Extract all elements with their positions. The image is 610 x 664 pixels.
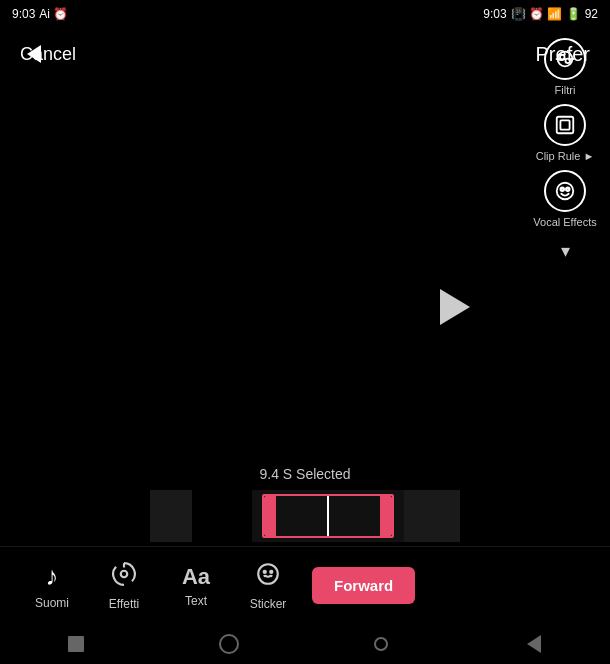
status-bar: 9:03 Ai ⏰ 9:03 📳 ⏰ 📶 🔋 92 — [0, 0, 610, 28]
status-indicators-left: Ai ⏰ — [39, 7, 68, 21]
effetti-label: Effetti — [109, 597, 139, 611]
timeline-right-dark — [404, 490, 460, 542]
cancel-prefer-bar: Cancel Prefer — [0, 28, 610, 80]
battery-level: 92 — [585, 7, 598, 21]
timeline-inner — [262, 494, 395, 538]
svg-point-12 — [567, 189, 568, 190]
timeline-left-handle[interactable] — [264, 496, 276, 536]
vocal-item[interactable]: Vocal Effects — [533, 170, 596, 228]
timeline-strip[interactable] — [252, 490, 405, 542]
svg-point-8 — [557, 183, 574, 200]
nav-home-icon — [219, 634, 239, 654]
play-button[interactable] — [430, 282, 480, 332]
svg-rect-6 — [557, 117, 574, 134]
svg-rect-7 — [560, 120, 569, 129]
svg-point-15 — [264, 570, 266, 572]
nav-bar — [0, 624, 610, 664]
bottom-toolbar: ♪ Suomi Effetti Aa Text Sticker — [0, 546, 610, 624]
nav-recents-button[interactable] — [367, 630, 395, 658]
forward-button[interactable]: Forward — [312, 567, 415, 604]
toolbar-item-effetti[interactable]: Effetti — [88, 553, 160, 619]
toolbar-item-suomi[interactable]: ♪ Suomi — [16, 553, 88, 618]
effetti-icon — [111, 561, 137, 593]
cliprule-icon — [554, 114, 576, 136]
vocal-icon — [554, 180, 576, 202]
cliprule-label: Clip Rule ► — [536, 150, 595, 162]
timeline-right-handle[interactable] — [380, 496, 392, 536]
suomi-icon: ♪ — [46, 561, 59, 592]
cliprule-icon-circle — [544, 104, 586, 146]
nav-back-icon — [527, 635, 541, 653]
timeline-area: 9.4 S Selected — [0, 466, 610, 546]
svg-point-13 — [121, 570, 128, 577]
status-time-right: 9:03 — [483, 7, 506, 21]
play-icon — [440, 289, 470, 325]
svg-point-14 — [258, 564, 278, 584]
sticker-label: Sticker — [250, 597, 287, 611]
cancel-button[interactable]: Cancel — [20, 44, 76, 65]
status-indicators-right: 📳 ⏰ 📶 🔋 — [511, 7, 581, 21]
filter-label: Filtri — [555, 84, 576, 96]
toolbar-item-text[interactable]: Aa Text — [160, 556, 232, 616]
vocal-label: Vocal Effects — [533, 216, 596, 228]
nav-square-button[interactable] — [62, 630, 90, 658]
text-icon: Aa — [182, 564, 210, 590]
toolbar-item-sticker[interactable]: Sticker — [232, 553, 304, 619]
status-time: 9:03 — [12, 7, 35, 21]
status-left: 9:03 Ai ⏰ — [12, 7, 68, 21]
vocal-icon-circle — [544, 170, 586, 212]
status-right: 9:03 📳 ⏰ 📶 🔋 92 — [483, 7, 598, 21]
cliprule-item[interactable]: Clip Rule ► — [536, 104, 595, 162]
suomi-label: Suomi — [35, 596, 69, 610]
nav-square-icon — [68, 636, 84, 652]
sticker-icon — [255, 561, 281, 593]
timeline-left-dark — [150, 490, 192, 542]
nav-back-nav-button[interactable] — [520, 630, 548, 658]
selected-label: 9.4 S Selected — [259, 466, 350, 482]
svg-point-11 — [562, 189, 563, 190]
nav-home-button[interactable] — [215, 630, 243, 658]
text-label: Text — [185, 594, 207, 608]
nav-recents-icon — [374, 637, 388, 651]
prefer-button[interactable]: Prefer — [536, 43, 590, 66]
show-more-button[interactable]: ▾ — [561, 240, 570, 262]
timeline-cursor — [327, 496, 329, 536]
svg-point-16 — [270, 570, 272, 572]
